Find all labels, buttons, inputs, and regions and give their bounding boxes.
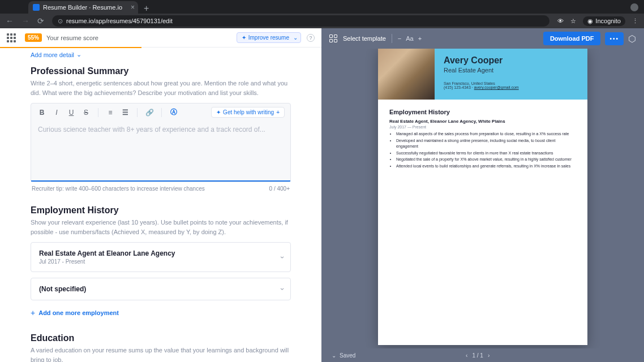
resume-photo — [378, 49, 435, 100]
font-decrease-button[interactable]: − — [398, 35, 401, 42]
add-employment-button[interactable]: + Add one more employment — [31, 306, 291, 320]
add-more-detail-link[interactable]: Add more detail ⌄ — [31, 51, 291, 58]
new-tab-button[interactable]: + — [138, 3, 154, 14]
employment-desc: Show your relevant experience (last 10 y… — [31, 218, 291, 236]
education-desc: A varied education on your resume sums u… — [31, 346, 291, 362]
preview-toolbar: Select template − Aa + Download PDF ••• … — [321, 28, 644, 49]
employment-card[interactable]: (Not specified) › — [31, 278, 291, 300]
tab-close-icon[interactable]: × — [131, 3, 135, 11]
tab-title: Resume Builder · Resume.io — [43, 4, 122, 11]
browser-menu-icon[interactable]: ⋮ — [632, 18, 638, 25]
char-counter: 0 / 400+ — [269, 186, 290, 192]
preview-pager: ⌄ Saved ‹ 1 / 1 › — [321, 348, 644, 362]
sparkle-icon: ✦ — [242, 35, 246, 41]
recruiter-tip: Recruiter tip: write 400–600 characters … — [32, 186, 205, 192]
url-bar[interactable]: ⊙ resume.io/app/resumes/45790131/edit — [52, 15, 549, 27]
page-counter: 1 / 1 — [472, 352, 483, 359]
select-template-button[interactable]: Select template — [343, 35, 386, 42]
resume-preview: Avery Cooper Real Estate Agent San Franc… — [378, 49, 587, 345]
employment-card[interactable]: Real Estate Agent at Eleanor Lane Agency… — [31, 242, 291, 272]
font-icon: Aa — [406, 35, 413, 42]
italic-button[interactable]: I — [51, 109, 62, 117]
back-button[interactable]: ← — [6, 16, 14, 25]
ai-help-button[interactable]: ✦ Get help with writing + — [211, 107, 285, 118]
resume-name: Avery Cooper — [444, 55, 578, 66]
download-pdf-button[interactable]: Download PDF — [543, 32, 601, 45]
employment-card-dates: Jul 2017 - Present — [39, 258, 282, 265]
url-text: resume.io/app/resumes/45790131/edit — [66, 18, 173, 24]
resume-contacts: San Francisco, United States (415) 123-4… — [444, 81, 578, 89]
employment-card-title: (Not specified) — [39, 285, 282, 293]
resume-job-title: Real Estate Agent, Eleanor Lane Agency, … — [389, 119, 576, 124]
prev-page-button[interactable]: ‹ — [466, 352, 467, 359]
settings-icon[interactable]: ⬡ — [628, 33, 636, 44]
bookmark-icon[interactable]: ☆ — [570, 18, 576, 25]
summary-textarea[interactable]: Curious science teacher with 8+ years of… — [31, 121, 290, 180]
chevron-down-icon: › — [278, 288, 286, 290]
employment-card-title: Real Estate Agent at Eleanor Lane Agency — [39, 249, 282, 257]
resume-bullets: Managed all aspects of the sales process… — [389, 131, 576, 169]
resume-section-heading: Employment History — [389, 109, 576, 115]
incognito-badge: ◉ Incognito — [583, 16, 625, 26]
window-min-icon[interactable] — [630, 3, 638, 11]
plus-icon: + — [31, 308, 35, 317]
employment-heading: Employment History — [31, 205, 291, 216]
underline-button[interactable]: U — [66, 109, 76, 117]
eye-off-icon[interactable]: 👁 — [557, 18, 564, 24]
bold-button[interactable]: B — [37, 109, 47, 117]
browser-tab[interactable]: Resume Builder · Resume.io × — [28, 1, 138, 14]
help-icon[interactable]: ? — [307, 34, 315, 42]
incognito-icon: ◉ — [587, 18, 593, 25]
unordered-list-button[interactable]: ☰ — [120, 109, 130, 117]
ai-icon[interactable]: Ⓐ — [169, 107, 179, 117]
reload-button[interactable]: ⟳ — [37, 16, 44, 25]
more-options-button[interactable]: ••• — [605, 32, 624, 45]
apps-icon[interactable] — [7, 33, 16, 42]
improve-resume-button[interactable]: ✦ Improve resume ⌄ — [237, 32, 301, 43]
strike-button[interactable]: S — [81, 109, 91, 117]
sparkle-icon: ✦ — [216, 109, 221, 115]
score-label: Your resume score — [46, 35, 98, 41]
ordered-list-button[interactable]: ≡ — [105, 109, 115, 117]
browser-chrome: Resume Builder · Resume.io × + ← → ⟳ ⊙ r… — [0, 0, 644, 28]
chevron-down-icon: › — [278, 256, 286, 258]
resume-email: avery.cooper@gmail.com — [474, 85, 519, 89]
summary-desc: Write 2–4 short, energetic sentences abo… — [31, 79, 291, 97]
template-grid-icon[interactable] — [329, 35, 337, 42]
forward-button[interactable]: → — [22, 16, 29, 25]
editor-header: 55% Your resume score ✦ Improve resume ⌄… — [0, 28, 321, 48]
saved-status: Saved — [340, 352, 355, 359]
link-button[interactable]: 🔗 — [144, 109, 154, 117]
favicon-icon — [33, 4, 40, 11]
next-page-button[interactable]: › — [488, 352, 490, 359]
font-increase-button[interactable]: + — [418, 35, 422, 42]
chevron-down-icon: ⌄ — [76, 51, 81, 58]
resume-role: Real Estate Agent — [444, 67, 578, 74]
chevron-down-icon[interactable]: ⌄ — [332, 352, 336, 359]
resume-job-dates: July 2017 — Present — [389, 125, 576, 129]
site-info-icon[interactable]: ⊙ — [58, 18, 63, 25]
chevron-down-icon: ⌄ — [293, 35, 298, 41]
plus-icon: + — [276, 109, 280, 115]
score-progress — [0, 47, 141, 48]
summary-heading: Professional Summary — [31, 66, 291, 76]
summary-editor: B I U S ≡ ☰ 🔗 Ⓐ ✦ Get help with writing — [31, 103, 291, 182]
education-heading: Education — [31, 333, 291, 343]
score-badge: 55% — [25, 33, 42, 42]
